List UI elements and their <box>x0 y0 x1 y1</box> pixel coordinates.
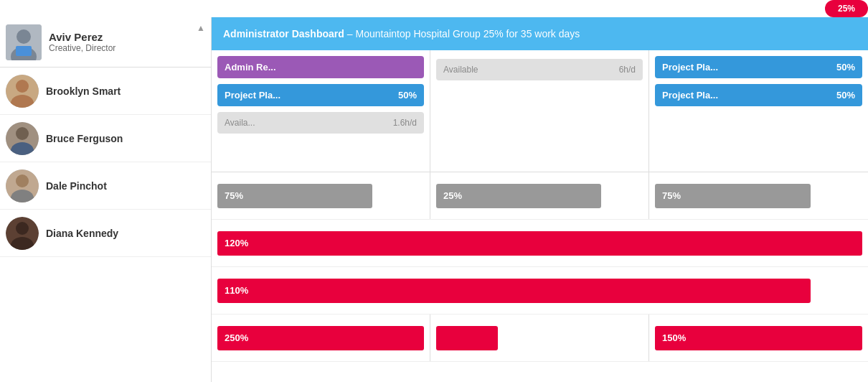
badge-value: 25% <box>838 4 855 14</box>
project-pla-block-2[interactable]: Project Pla... 50% <box>655 56 862 78</box>
content-area: Administrator Dashboard – Mountaintop Ho… <box>212 17 868 382</box>
project-pla-pct-1: 50% <box>398 90 417 101</box>
brooklyn-util-cell-3: 75% <box>649 172 868 219</box>
bruce-pct: 120% <box>225 238 248 248</box>
percent-badge: 25% <box>825 0 868 17</box>
bruce-util-row: 120% <box>212 220 868 267</box>
aviv-col3: Project Pla... 50% Project Pla... 50% <box>649 50 868 172</box>
grid-area: Admin Re... Project Pla... 50% Availa...… <box>212 50 868 382</box>
diana-util-cell-3: 150% <box>649 315 868 361</box>
staff-row-bruce: Bruce Ferguson <box>0 115 211 162</box>
bruce-avatar <box>6 122 39 155</box>
diana-pct-1: 250% <box>225 332 248 343</box>
available-block: Available 6h/d <box>436 59 643 80</box>
diana-bar-2 <box>436 326 498 350</box>
svg-rect-3 <box>16 46 32 56</box>
sidebar: Aviv Perez Creative, Director ▲ Brooklyn… <box>0 17 212 382</box>
bruce-bar: 120% <box>217 231 862 256</box>
user-name: Aviv Perez <box>49 31 205 43</box>
brooklyn-pct-2: 25% <box>443 190 462 201</box>
brooklyn-util-cell-2: 25% <box>430 172 649 219</box>
brooklyn-util-row: 75% 25% 75% <box>212 172 868 220</box>
admin-block-label: Admin Re... <box>225 62 276 73</box>
brooklyn-name: Brooklyn Smart <box>46 85 121 97</box>
svg-point-5 <box>16 80 29 93</box>
available-label: Available <box>443 65 478 75</box>
availa-value: 1.6h/d <box>393 118 417 128</box>
brooklyn-avatar <box>6 75 39 108</box>
dale-name: Dale Pinchot <box>46 180 107 192</box>
available-value: 6h/d <box>619 65 636 75</box>
main-container: 25% Aviv Perez <box>0 0 868 382</box>
diana-bar-1: 250% <box>217 326 424 350</box>
diana-util-cell-1: 250% <box>212 315 430 361</box>
dale-util-row: 110% <box>212 267 868 315</box>
diana-name: Diana Kennedy <box>46 228 118 239</box>
diana-util-row: 250% 150% <box>212 315 868 362</box>
brooklyn-pct-3: 75% <box>662 190 681 201</box>
user-role: Creative, Director <box>49 43 205 53</box>
aviv-col1: Admin Re... Project Pla... 50% Availa...… <box>212 50 430 172</box>
staff-row-diana: Diana Kennedy <box>0 210 211 257</box>
main-layout: Aviv Perez Creative, Director ▲ Brooklyn… <box>0 17 868 382</box>
project-pla-label-2: Project Pla... <box>662 62 718 73</box>
admin-block[interactable]: Admin Re... <box>217 56 424 78</box>
dale-bar: 110% <box>217 279 811 303</box>
staff-row-dale: Dale Pinchot <box>0 162 211 210</box>
top-bar: 25% <box>0 0 868 17</box>
dashboard-header: Administrator Dashboard – Mountaintop Ho… <box>212 17 868 50</box>
expand-icon[interactable]: ▲ <box>197 23 205 33</box>
staff-row-brooklyn: Brooklyn Smart <box>0 67 211 115</box>
dale-avatar <box>6 169 39 202</box>
diana-util-cell-2 <box>430 315 649 361</box>
dashboard-title: Administrator Dashboard <box>223 28 344 39</box>
brooklyn-bar-1: 75% <box>217 184 372 208</box>
project-pla-label-1: Project Pla... <box>225 90 280 101</box>
diana-bar-3: 150% <box>655 326 862 350</box>
svg-point-8 <box>16 127 29 140</box>
user-header: Aviv Perez Creative, Director ▲ <box>0 17 211 67</box>
brooklyn-bar-2: 25% <box>436 184 601 208</box>
project-pla-pct-3: 50% <box>836 90 855 101</box>
availa-label: Availa... <box>225 118 255 128</box>
avatar <box>6 24 42 60</box>
aviv-blocks-row: Admin Re... Project Pla... 50% Availa...… <box>212 50 868 172</box>
brooklyn-bar-3: 75% <box>655 184 811 208</box>
brooklyn-util-cell-1: 75% <box>212 172 430 219</box>
dashboard-subtitle: – Mountaintop Hospital Group 25% for 35 … <box>347 28 580 39</box>
brooklyn-pct-1: 75% <box>225 190 243 201</box>
user-info: Aviv Perez Creative, Director <box>49 31 205 53</box>
bruce-util-cell: 120% <box>212 220 868 266</box>
diana-pct-3: 150% <box>662 332 686 343</box>
svg-point-14 <box>16 222 29 235</box>
bruce-name: Bruce Ferguson <box>46 133 123 144</box>
dale-util-cell: 110% <box>212 267 868 314</box>
availa-block: Availa... 1.6h/d <box>217 112 424 134</box>
project-pla-pct-2: 50% <box>836 62 855 73</box>
dale-pct: 110% <box>225 285 248 296</box>
svg-point-1 <box>16 29 31 44</box>
svg-point-11 <box>16 174 29 187</box>
diana-avatar <box>6 217 39 250</box>
project-pla-block-3[interactable]: Project Pla... 50% <box>655 84 862 106</box>
aviv-col2: Available 6h/d <box>430 50 649 172</box>
project-pla-label-3: Project Pla... <box>662 90 718 101</box>
project-pla-block-1[interactable]: Project Pla... 50% <box>217 84 424 106</box>
